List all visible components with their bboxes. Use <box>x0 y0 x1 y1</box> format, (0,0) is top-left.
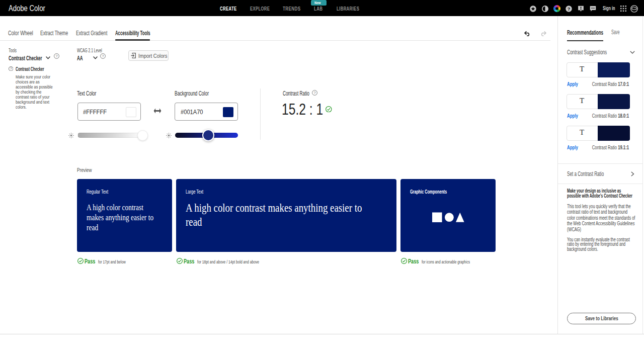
svg-text:?: ? <box>102 54 104 58</box>
svg-text:?: ? <box>568 7 571 12</box>
svg-text:?: ? <box>55 54 57 58</box>
svg-text:?: ? <box>10 66 12 70</box>
svg-text:?: ? <box>313 90 315 95</box>
